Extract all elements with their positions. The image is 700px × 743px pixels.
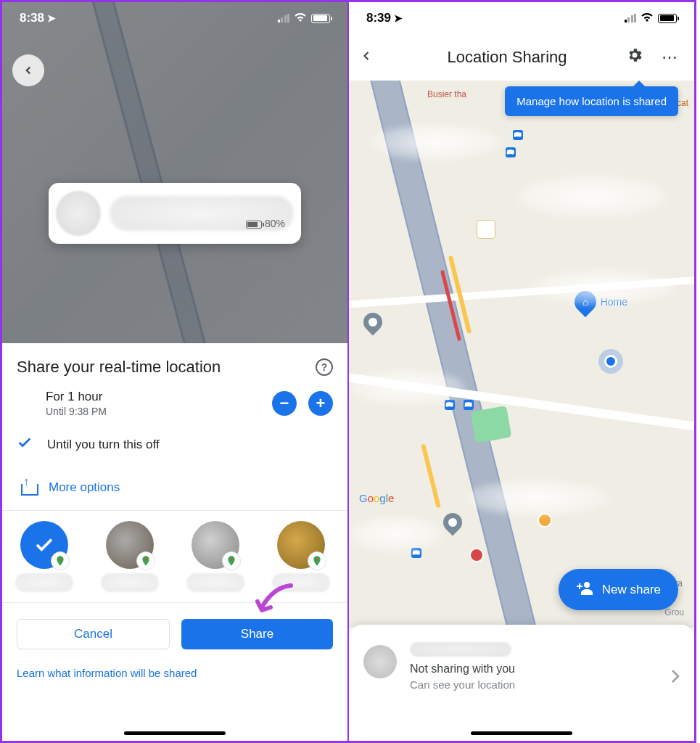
bus-stop-icon <box>445 400 455 410</box>
until-off-label: Until you turn this off <box>47 438 160 452</box>
svg-point-0 <box>59 558 61 560</box>
map-view[interactable]: Busier tha & cat ⌂ Home JCB Flora Gr <box>349 81 694 628</box>
svg-point-1 <box>144 558 147 560</box>
svg-point-3 <box>316 558 318 560</box>
chevron-right-icon <box>671 669 680 688</box>
more-menu-button[interactable]: ⋯ <box>655 48 684 67</box>
duration-until: Until 9:38 PM <box>46 406 260 417</box>
battery-small-icon <box>246 221 262 229</box>
contact-avatar <box>106 521 154 569</box>
battery-icon <box>658 14 677 23</box>
cell-signal-icon <box>278 14 290 22</box>
map-pin-icon <box>360 309 387 336</box>
phone-screen-right: 8:39 ➤ Location Sharing ⋯ Manage how loc… <box>348 0 696 743</box>
svg-point-2 <box>230 558 232 560</box>
share-bottom-sheet: Share your real-time location ? For 1 ho… <box>2 343 347 741</box>
cell-signal-icon <box>625 14 637 22</box>
increase-duration-button[interactable]: + <box>308 391 333 416</box>
contact-name <box>410 642 511 657</box>
back-button[interactable] <box>12 54 44 86</box>
more-options-label: More options <box>49 480 120 495</box>
map-pin-icon <box>440 509 466 536</box>
svg-point-4 <box>584 582 590 588</box>
wifi-icon <box>294 12 307 25</box>
status-time: 8:38 <box>20 11 44 25</box>
settings-tooltip: Manage how location is shared <box>505 86 678 116</box>
sharing-info-card[interactable]: Not sharing with you Can see your locati… <box>349 625 694 741</box>
google-maps-badge-icon <box>222 551 241 570</box>
google-maps-badge-icon <box>51 551 70 570</box>
learn-info-link[interactable]: Learn what information will be shared <box>2 657 347 689</box>
status-bar: 8:39 ➤ <box>349 2 694 34</box>
contact-item[interactable] <box>181 521 250 592</box>
settings-button[interactable] <box>626 46 655 68</box>
annotation-arrow-icon <box>253 583 297 619</box>
contact-name <box>15 573 73 592</box>
home-indicator[interactable] <box>124 731 226 735</box>
duration-label: For 1 hour <box>46 390 260 404</box>
contact-name <box>101 573 159 592</box>
share-icon <box>21 480 36 496</box>
bus-stop-icon <box>506 147 516 157</box>
fab-label: New share <box>602 583 661 597</box>
nav-bar: Location Sharing ⋯ <box>349 34 694 81</box>
no-entry-icon <box>469 548 484 562</box>
sharing-status: Not sharing with you <box>410 662 658 676</box>
location-arrow-icon: ➤ <box>394 12 403 24</box>
poi-marker <box>477 220 495 239</box>
bus-stop-icon <box>513 130 523 140</box>
avatar <box>363 645 397 678</box>
page-title: Location Sharing <box>388 48 626 67</box>
status-time: 8:39 <box>366 11 391 25</box>
google-logo: Google <box>359 492 394 504</box>
status-bar: 8:38 ➤ <box>2 2 347 34</box>
until-off-option[interactable]: Until you turn this off <box>2 426 347 469</box>
sheet-title: Share your real-time location <box>17 358 221 377</box>
avatar <box>56 191 101 236</box>
back-button[interactable] <box>359 47 388 67</box>
home-indicator[interactable] <box>471 731 572 735</box>
battery-icon <box>311 14 330 23</box>
location-arrow-icon: ➤ <box>47 12 56 24</box>
check-icon <box>17 435 33 455</box>
new-share-button[interactable]: New share <box>559 569 678 610</box>
current-location-dot <box>604 355 617 368</box>
contact-avatar <box>192 521 239 569</box>
person-add-icon <box>576 580 593 599</box>
card-battery-text: 80% <box>246 218 285 728</box>
contact-item[interactable] <box>95 521 165 592</box>
wifi-icon <box>641 12 654 25</box>
duration-option[interactable]: For 1 hour Until 9:38 PM − + <box>2 385 347 426</box>
google-maps-badge-icon <box>308 551 326 570</box>
poi-label: Grou <box>664 607 684 617</box>
help-icon[interactable]: ? <box>316 358 333 376</box>
bus-stop-icon <box>464 400 474 410</box>
map-dimmed <box>2 2 347 343</box>
sharing-visibility: Can see your location <box>410 678 658 691</box>
contact-avatar-selected <box>20 521 68 569</box>
contact-item-selected[interactable] <box>9 521 79 592</box>
google-maps-badge-icon <box>136 551 155 570</box>
phone-screen-left: 8:38 ➤ 80% Share your real-time location… <box>0 0 348 743</box>
contact-name <box>186 573 244 592</box>
busier-than-usual-label: Busier tha <box>427 89 466 99</box>
more-options-button[interactable]: More options <box>2 469 347 510</box>
cancel-button[interactable]: Cancel <box>17 619 170 649</box>
